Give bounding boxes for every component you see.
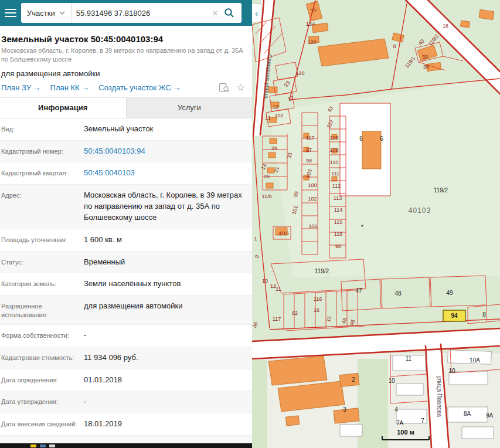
- info-row: Кадастровый квартал:50:45:0040103: [0, 162, 252, 185]
- map-label: 29: [271, 145, 277, 151]
- map-label: 7: [421, 418, 424, 424]
- menu-button[interactable]: [5, 9, 16, 17]
- map-label: 97: [306, 147, 312, 153]
- map-label: 1: [254, 236, 257, 242]
- info-label: Кадастровый квартал:: [0, 168, 84, 179]
- map-label: 108: [329, 135, 338, 141]
- topbar: Участки ×: [0, 0, 252, 26]
- footer-social-icon: [30, 444, 36, 447]
- category-label: Участки: [27, 9, 55, 18]
- map-label: 48: [394, 290, 402, 297]
- map-label: 117: [306, 135, 314, 141]
- map-label: 10А: [470, 357, 480, 364]
- cadastral-map-canvas[interactable]: 100 м 1513А12016119/2119/139384081202317…: [252, 0, 500, 448]
- map-label: 25: [264, 174, 270, 179]
- info-label: Категория земель:: [0, 279, 84, 290]
- map-label: 113: [334, 195, 342, 201]
- map-label: 8А: [464, 410, 471, 417]
- map-label: 119/2: [434, 187, 448, 194]
- map-label: 96: [335, 243, 341, 249]
- app-window: 100 м 1513А12016119/2119/139384081202317…: [0, 0, 500, 448]
- action-links: План ЗУ →План КК →Создать участок ЖС →: [1, 83, 181, 92]
- info-table: Вид:Земельный участокКадастровый номер:5…: [0, 118, 252, 448]
- info-label: Дата внесения сведений:: [0, 419, 84, 430]
- usage-text: для размещения автомойки: [0, 69, 252, 78]
- scale-label: 100 м: [397, 429, 414, 436]
- favorite-star-icon[interactable]: ☆: [236, 83, 245, 93]
- info-label: Площадь уточненная:: [0, 235, 84, 246]
- map-label: 47: [355, 287, 362, 294]
- map-label: 8: [393, 43, 396, 49]
- map-label: 116: [314, 296, 322, 302]
- map-label: 10: [448, 368, 455, 374]
- map-label: 16: [443, 23, 448, 29]
- info-label: Кадастровый номер:: [0, 146, 84, 157]
- info-value: 18.01.2019: [84, 419, 252, 430]
- map-label: 8: [482, 311, 486, 318]
- map-label: 11/8: [262, 194, 272, 199]
- collapse-panel-button[interactable]: ‹: [252, 4, 261, 22]
- info-value: 11 934 096 руб.: [84, 352, 252, 364]
- map-label: 11: [275, 286, 281, 292]
- map-label: 62: [292, 310, 298, 316]
- search-input[interactable]: [72, 9, 209, 18]
- map-label: 6: [380, 135, 383, 142]
- search-icon: [224, 8, 234, 18]
- action-links-row: План ЗУ →План КК →Создать участок ЖС → ☆: [0, 78, 252, 97]
- create-zhs-link[interactable]: Создать участок ЖС →: [98, 83, 181, 92]
- map-area[interactable]: 100 м 1513А12016119/2119/139384081202317…: [252, 0, 500, 448]
- info-label: Форма собственности:: [0, 330, 84, 341]
- info-value: Временный: [84, 257, 252, 268]
- plan-kk-link[interactable]: План КК →: [50, 83, 90, 92]
- map-label: 11: [265, 115, 270, 121]
- tab-information[interactable]: Информация: [0, 98, 127, 118]
- map-label: 102: [308, 196, 317, 202]
- info-row: Адрес:Московская область, г. Королев, в …: [0, 185, 252, 229]
- info-row: Категория земель:Земли населённых пункто…: [0, 273, 252, 296]
- address-subtitle: Московская область, г. Королев, в 39 мет…: [0, 46, 252, 64]
- map-label: 119/2: [315, 268, 329, 274]
- map-label: 40103: [409, 206, 431, 215]
- search-button[interactable]: [222, 8, 242, 18]
- footer-social-icon: [40, 444, 46, 447]
- panel-footer: [0, 443, 252, 448]
- map-label: 102: [274, 113, 283, 118]
- map-label: 7А: [396, 420, 404, 426]
- info-value-link[interactable]: 50:45:0040103: [84, 168, 252, 179]
- map-label: 2: [352, 376, 355, 383]
- info-row: Дата определения:01.01.2018: [0, 369, 252, 392]
- map-point: [361, 225, 363, 226]
- map-label: 6: [359, 135, 363, 142]
- info-row: Вид:Земельный участок: [0, 118, 252, 141]
- page-title: Земельный участок 50:45:0040103:94: [0, 34, 252, 44]
- category-dropdown[interactable]: Участки: [21, 3, 72, 23]
- map-label: 9А: [486, 412, 494, 419]
- map-label: 116: [334, 231, 342, 237]
- map-label: 111: [331, 171, 339, 177]
- info-label: Вид:: [0, 124, 84, 135]
- info-value-link[interactable]: 50:45:0040103:94: [84, 146, 252, 157]
- map-label: 12: [273, 104, 278, 110]
- green-patch: [252, 360, 267, 448]
- map-label: 98: [306, 158, 312, 164]
- clear-search-icon[interactable]: ×: [209, 8, 222, 18]
- footer-social-icon: [49, 444, 55, 447]
- map-label: 120: [307, 39, 316, 45]
- search-box: Участки ×: [21, 3, 242, 23]
- info-row: Разрешенное использование:для размещения…: [0, 296, 252, 325]
- info-value: -: [84, 396, 252, 408]
- info-value: для размещения автомойки: [84, 301, 252, 319]
- info-label: Дата определения:: [0, 375, 84, 386]
- plan-zu-link[interactable]: План ЗУ →: [1, 83, 41, 92]
- info-value: 01.01.2018: [84, 375, 252, 386]
- map-label: 3: [343, 406, 346, 413]
- map-label: 4: [394, 406, 398, 413]
- info-row: Дата утверждения:-: [0, 391, 252, 413]
- map-label: 10: [262, 278, 268, 284]
- map-label: улица Павлова: [436, 376, 443, 418]
- zoom-to-object-icon[interactable]: [219, 83, 229, 92]
- tab-services[interactable]: Услуги: [127, 98, 253, 118]
- map-label: 94: [451, 313, 458, 319]
- info-label: Разрешенное использование:: [0, 301, 84, 319]
- info-value: Московская область, г. Королев, в 39 мет…: [84, 190, 252, 223]
